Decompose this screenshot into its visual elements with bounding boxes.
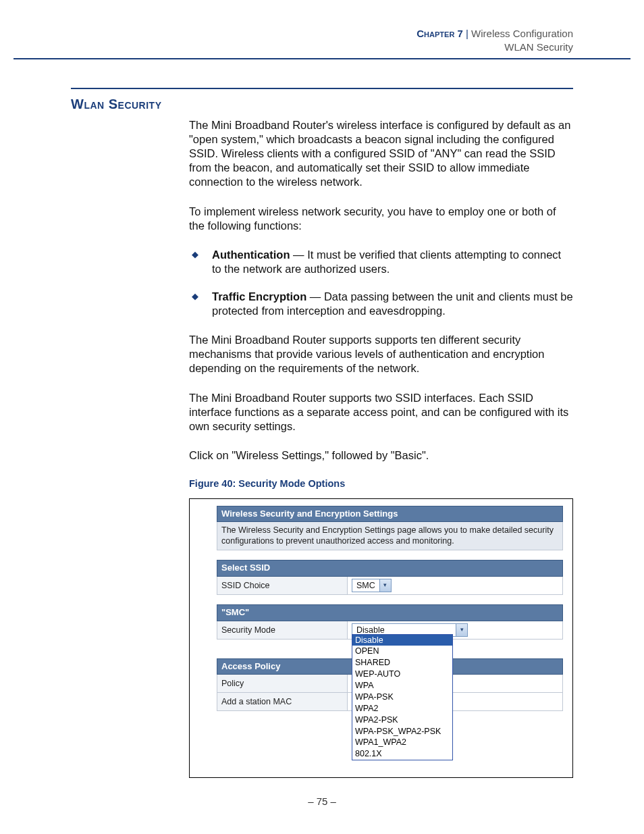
header-rule bbox=[14, 58, 630, 59]
paragraph: To implement wireless network security, … bbox=[189, 205, 573, 233]
ssid-choice-label: SSID Choice bbox=[217, 577, 348, 594]
list-item: Traffic Encryption — Data passing betwee… bbox=[189, 290, 573, 318]
ssid-choice-row: SSID Choice SMC ▾ bbox=[217, 577, 563, 595]
header-divider: | bbox=[463, 28, 471, 39]
dropdown-option[interactable]: WPA1_WPA2 bbox=[352, 737, 452, 748]
bullet-list: Authentication — It must be verified tha… bbox=[189, 248, 573, 318]
dropdown-option[interactable]: WPA2 bbox=[352, 703, 452, 714]
security-mode-dropdown[interactable]: Disable OPEN SHARED WEP-AUTO WPA WPA-PSK… bbox=[352, 634, 453, 761]
body-content: The Mini Broadband Router's wireless int… bbox=[189, 118, 573, 778]
panel-title-smc: "SMC" bbox=[217, 604, 563, 621]
paragraph: The Mini Broadband Router supports two S… bbox=[189, 391, 573, 434]
paragraph: The Mini Broadband Router supports suppo… bbox=[189, 333, 573, 375]
panel-description: The Wireless Security and Encryption Set… bbox=[217, 522, 563, 550]
page-header: Chapter 7 | Wireless Configuration WLAN … bbox=[417, 27, 573, 53]
security-mode-label: Security Mode bbox=[217, 621, 348, 639]
dropdown-option[interactable]: WPA-PSK bbox=[352, 692, 452, 703]
dropdown-option[interactable]: Disable bbox=[352, 635, 452, 646]
ssid-choice-value: SMC bbox=[352, 580, 379, 591]
panel-title-select-ssid: Select SSID bbox=[217, 560, 563, 577]
dropdown-option[interactable]: OPEN bbox=[352, 646, 452, 657]
dropdown-option[interactable]: 802.1X bbox=[352, 748, 452, 760]
bullet-label: Authentication bbox=[212, 249, 290, 261]
section-rule bbox=[71, 88, 573, 89]
policy-label: Policy bbox=[217, 675, 348, 692]
dropdown-option[interactable]: WPA bbox=[352, 680, 452, 692]
chapter-label: Chapter 7 bbox=[417, 28, 463, 39]
list-item: Authentication — It must be verified tha… bbox=[189, 248, 573, 276]
page-number: – 75 – bbox=[0, 796, 644, 807]
header-subsection: WLAN Security bbox=[417, 41, 573, 54]
paragraph: The Mini Broadband Router's wireless int… bbox=[189, 118, 573, 190]
panel-title-encryption: Wireless Security and Encryption Setting… bbox=[217, 506, 563, 523]
dropdown-option[interactable]: WPA-PSK_WPA2-PSK bbox=[352, 726, 452, 737]
section-title: Wlan Security bbox=[71, 97, 162, 112]
chevron-down-icon: ▾ bbox=[456, 624, 467, 636]
figure-screenshot: Wireless Security and Encryption Setting… bbox=[189, 498, 573, 778]
header-section-title: Wireless Configuration bbox=[471, 28, 573, 39]
dropdown-option[interactable]: SHARED bbox=[352, 657, 452, 669]
add-mac-label: Add a station MAC bbox=[217, 693, 348, 710]
bullet-label: Traffic Encryption bbox=[212, 290, 306, 303]
figure-caption: Figure 40: Security Mode Options bbox=[189, 477, 573, 490]
dropdown-option[interactable]: WPA2-PSK bbox=[352, 714, 452, 726]
dropdown-option[interactable]: WEP-AUTO bbox=[352, 669, 452, 680]
paragraph: Click on "Wireless Settings," followed b… bbox=[189, 448, 573, 463]
chevron-down-icon: ▾ bbox=[379, 579, 391, 592]
ssid-choice-select[interactable]: SMC ▾ bbox=[352, 579, 392, 592]
